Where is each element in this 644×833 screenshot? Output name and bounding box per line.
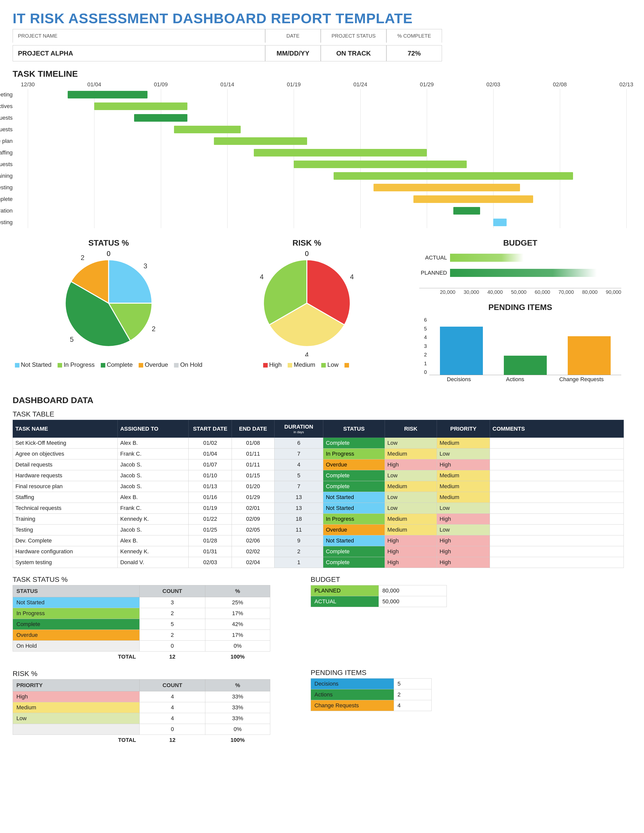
table-row: Actions2 <box>311 689 431 700</box>
task-cell: Set Kick-Off Meeting <box>13 438 118 449</box>
kv-val: 2 <box>394 689 431 700</box>
task-cell: Low <box>437 449 490 460</box>
task-th: DURATIONin days <box>274 420 323 438</box>
table-row: Complete542% <box>13 619 270 630</box>
task-cell: 01/29 <box>232 492 274 503</box>
value-status: ON TRACK <box>321 45 386 61</box>
mini-th: COUNT <box>140 680 205 691</box>
legend-item: Overdue <box>138 361 168 368</box>
task-cell: Low <box>385 503 437 514</box>
table-row: TestingJacob S.01/2502/0511OverdueMedium… <box>13 524 624 536</box>
task-cell: Medium <box>385 449 437 460</box>
gantt-row: Training <box>28 170 626 182</box>
section-task-timeline: TASK TIMELINE <box>13 69 631 79</box>
kv-val: 5 <box>394 679 431 689</box>
budget-bar <box>450 269 597 277</box>
label-project-name: PROJECT NAME <box>13 29 265 43</box>
task-cell: High <box>437 514 490 524</box>
mini-cell: 0 <box>140 724 205 735</box>
gantt-row-label: Detail requests <box>0 114 13 121</box>
pie-risk: 4440 <box>254 250 360 356</box>
table-row: Technical requestsFrank C.01/1902/0113No… <box>13 503 624 514</box>
task-cell: 01/13 <box>188 481 232 492</box>
gantt-tick: 01/24 <box>353 81 367 88</box>
gantt-tick: 01/14 <box>220 81 234 88</box>
task-th: END DATE <box>232 420 274 438</box>
task-cell: Medium <box>385 481 437 492</box>
gantt-bar <box>214 137 307 145</box>
kv-key: Actions <box>311 689 394 700</box>
task-cell: 7 <box>274 481 323 492</box>
task-cell: 01/28 <box>188 536 232 546</box>
legend-item: High <box>263 361 282 368</box>
table-row: Change Requests4 <box>311 700 431 711</box>
mini-cell: High <box>13 691 140 702</box>
task-cell: Low <box>385 438 437 449</box>
task-cell: 02/03 <box>188 557 232 568</box>
budget-tick: 70,000 <box>559 289 574 295</box>
project-header: PROJECT NAME DATE PROJECT STATUS % COMPL… <box>13 29 631 61</box>
task-cell: System testing <box>13 557 118 568</box>
table-row: In Progress217% <box>13 608 270 619</box>
gantt-row: Agree on objectives <box>28 100 626 112</box>
task-cell: 02/05 <box>232 524 274 536</box>
gantt-row-label: Hardware requests <box>0 126 13 133</box>
task-cell: 01/20 <box>232 481 274 492</box>
chart-title-budget: BUDGET <box>409 238 631 248</box>
gantt-row-label: Set Kick-Off Meeting <box>0 92 13 98</box>
task-cell: Low <box>385 470 437 481</box>
gantt-row-label: Dev. Complete <box>0 196 13 203</box>
label-date: DATE <box>265 29 321 43</box>
gantt-row: Hardware configuration <box>28 205 626 217</box>
task-cell: Medium <box>385 524 437 536</box>
svg-text:5: 5 <box>70 336 74 343</box>
section-pending-table: PENDING ITEMS <box>311 669 447 677</box>
mini-cell: 0% <box>205 641 270 651</box>
task-cell: High <box>437 546 490 557</box>
task-cell: 7 <box>274 449 323 460</box>
table-row: StaffingAlex B.01/1601/2913Not StartedLo… <box>13 492 624 503</box>
task-cell: 13 <box>274 492 323 503</box>
task-cell: 9 <box>274 536 323 546</box>
table-row: Low433% <box>13 713 270 724</box>
gantt-row-label: Staffing <box>0 150 13 156</box>
pending-bar <box>440 326 483 375</box>
table-row: Hardware requestsJacob S.01/1001/155Comp… <box>13 470 624 481</box>
task-cell: Medium <box>437 481 490 492</box>
task-cell <box>490 546 624 557</box>
mini-cell: 4 <box>140 691 205 702</box>
task-cell: Frank C. <box>118 503 188 514</box>
task-table: TASK NAMEASSIGNED TOSTART DATEEND DATEDU… <box>13 420 624 568</box>
task-cell: 5 <box>274 470 323 481</box>
task-th: START DATE <box>188 420 232 438</box>
task-cell: Final resource plan <box>13 481 118 492</box>
table-row: ACTUAL50,000 <box>311 596 447 607</box>
mini-cell: 25% <box>205 597 270 608</box>
gantt-row-label: System testing <box>0 219 13 226</box>
mini-cell: 5 <box>139 619 205 630</box>
table-row: System testingDonald V.02/0302/041Comple… <box>13 557 624 568</box>
status-table: STATUSCOUNT%Not Started325%In Progress21… <box>13 585 270 662</box>
task-cell <box>490 481 624 492</box>
task-cell: Medium <box>437 492 490 503</box>
task-cell: High <box>385 546 437 557</box>
gantt-chart: 12/3001/0401/0901/1401/1901/2401/2902/03… <box>28 81 626 228</box>
gantt-bar <box>493 219 507 226</box>
mini-cell: 33% <box>205 691 270 702</box>
chart-title-pending: PENDING ITEMS <box>409 303 631 312</box>
gantt-bar <box>94 103 187 110</box>
task-cell: In Progress <box>323 514 385 524</box>
task-th: COMMENTS <box>490 420 624 438</box>
task-cell: Medium <box>437 470 490 481</box>
task-cell: Complete <box>323 470 385 481</box>
gantt-bar <box>68 91 148 98</box>
table-row: High433% <box>13 691 270 702</box>
task-cell: Kennedy K. <box>118 514 188 524</box>
gantt-row-label: Agree on objectives <box>0 103 13 109</box>
table-row: Not Started325% <box>13 597 270 608</box>
mini-cell: 2 <box>139 608 205 619</box>
task-cell: Not Started <box>323 492 385 503</box>
budget-tick: 50,000 <box>511 289 526 295</box>
gantt-bar <box>414 195 533 203</box>
task-cell: Complete <box>323 557 385 568</box>
